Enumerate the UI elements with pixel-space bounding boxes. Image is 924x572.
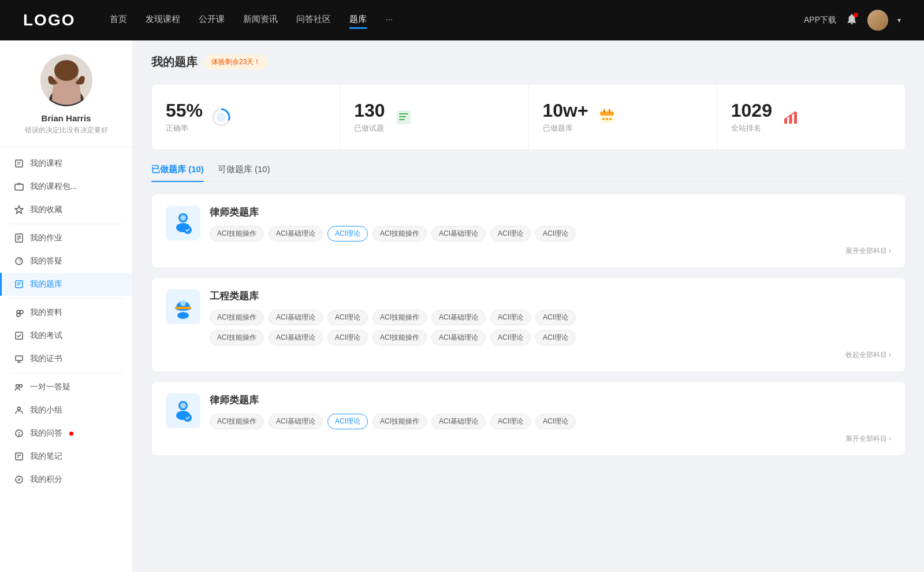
tabs-row: 已做题库 (10) 可做题库 (10) [151,164,906,182]
svg-rect-47 [606,118,608,120]
sidebar-label-group: 我的小组 [30,405,62,415]
avatar-image [40,54,92,106]
sidebar-item-cert[interactable]: 我的证书 [0,347,132,370]
avatar-dropdown-arrow[interactable]: ▾ [897,16,901,24]
qbank-tag-active[interactable]: ACI理论 [327,226,368,242]
tab-done[interactable]: 已做题库 (10) [151,164,204,181]
svg-point-59 [180,300,186,306]
sidebar-label-homework: 我的作业 [30,233,62,243]
qbank-tag[interactable]: ACI基础理论 [431,330,486,346]
qbank-tag[interactable]: ACI基础理论 [269,330,323,346]
svg-point-26 [20,385,23,388]
qbank-tag[interactable]: ACI基础理论 [269,310,323,325]
svg-rect-4 [16,160,23,167]
qbank-tag[interactable]: ACI技能操作 [210,330,264,346]
lawyer-svg-1 [170,210,196,236]
svg-marker-8 [15,206,23,214]
points-icon [14,474,24,485]
sidebar-item-notes[interactable]: 我的笔记 [0,445,132,468]
nav-qbank[interactable]: 题库 [349,12,367,29]
sidebar-item-points[interactable]: 我的积分 [0,468,132,491]
sidebar-item-homework[interactable]: 我的作业 [0,226,132,250]
nav-links: 首页 发现课程 公开课 新闻资讯 问答社区 题库 ··· [110,12,804,29]
sidebar-item-package[interactable]: 我的课程包... [0,175,132,198]
svg-rect-40 [399,116,406,117]
svg-point-3 [54,60,79,81]
bell-notification-dot [854,13,858,17]
tab-available[interactable]: 可做题库 (10) [218,164,270,181]
sidebar-item-course[interactable]: 我的课程 [0,152,132,175]
nav-home[interactable]: 首页 [110,12,127,29]
qbank-tag[interactable]: ACI技能操作 [372,414,427,429]
sidebar-item-one-one[interactable]: 一对一答疑 [0,376,132,399]
svg-text:?: ? [18,258,22,265]
qbank-tag-active[interactable]: ACI理论 [327,414,368,429]
qbank-tag[interactable]: ACI基础理论 [269,226,323,242]
stat-accuracy-number: 55% [166,101,203,121]
qbank-expand-2[interactable]: 收起全部科目 › [166,350,891,360]
qbank-tag[interactable]: ACI基础理论 [269,414,323,429]
main-content: 我的题库 体验剩余23天！ 55% 正确率 [133,40,924,572]
qbank-icon [14,279,24,289]
qbank-tag[interactable]: ACI技能操作 [372,330,427,346]
qbank-tag[interactable]: ACI理论 [535,330,576,346]
qbank-tag[interactable]: ACI技能操作 [210,226,264,242]
sidebar-item-qbank[interactable]: 我的题库 [0,273,132,296]
svg-point-30 [18,434,19,435]
sidebar-item-qa[interactable]: ? 我的答疑 [0,250,132,273]
nav-qa[interactable]: 问答社区 [296,12,331,29]
qbank-info-3: 律师类题库 ACI技能操作 ACI基础理论 ACI理论 ACI技能操作 ACI基… [210,393,891,429]
qbank-expand-3[interactable]: 展开全部科目 › [166,434,891,444]
nav-news[interactable]: 新闻资讯 [243,12,278,29]
nav-open-course[interactable]: 公开课 [199,12,225,29]
sidebar-item-favorites[interactable]: 我的收藏 [0,198,132,221]
qbank-expand-1[interactable]: 展开全部科目 › [166,246,891,256]
qbank-tag[interactable]: ACI理论 [535,226,576,242]
notification-bell[interactable] [845,13,858,28]
sidebar-item-group[interactable]: 我的小组 [0,399,132,422]
qbank-tag[interactable]: ACI理论 [490,310,531,325]
stat-accuracy-label: 正确率 [166,123,203,133]
qbank-icon-lawyer-1 [166,206,200,240]
qbank-tag[interactable]: ACI理论 [490,414,531,429]
svg-rect-49 [784,118,787,124]
qbank-tag[interactable]: ACI技能操作 [210,310,264,325]
app-download-link[interactable]: APP下载 [804,15,836,25]
qbank-tag[interactable]: ACI理论 [490,226,531,242]
qbank-tag[interactable]: ACI基础理论 [431,226,486,242]
sidebar-item-myqa[interactable]: 我的问答 [0,422,132,445]
user-avatar[interactable] [867,10,888,31]
calendar-icon [597,107,617,128]
qbank-tag[interactable]: ACI理论 [490,330,531,346]
book-icon [393,107,414,128]
qbank-tags-3: ACI技能操作 ACI基础理论 ACI理论 ACI技能操作 ACI基础理论 AC… [210,414,891,429]
page-title: 我的题库 [151,54,198,70]
nav-discover[interactable]: 发现课程 [146,12,180,29]
sidebar-label-qbank: 我的题库 [30,279,62,289]
qbank-tag[interactable]: ACI理论 [327,330,368,346]
qbank-header-2: 工程类题库 ACI技能操作 ACI基础理论 ACI理论 ACI技能操作 ACI基… [166,289,891,346]
stat-done-banks-label: 已做题库 [543,123,588,133]
nav-right-actions: APP下载 ▾ [804,10,901,31]
qbank-tag[interactable]: ACI技能操作 [372,226,427,242]
lawyer-svg-2 [170,398,196,424]
sidebar-label-favorites: 我的收藏 [30,205,62,215]
qbank-tag[interactable]: ACI理论 [535,310,576,325]
group-icon [14,405,24,415]
sidebar-item-exam[interactable]: 我的考试 [0,324,132,347]
sidebar-motto: 错误的决定比没有决定要好 [16,125,117,135]
qbank-tag[interactable]: ACI基础理论 [431,414,486,429]
sidebar-label-qa: 我的答疑 [30,256,62,266]
qbank-tag[interactable]: ACI基础理论 [431,310,486,325]
qbank-tag[interactable]: ACI理论 [327,310,368,325]
sidebar-item-material[interactable]: 我的资料 [0,301,132,324]
package-icon [14,181,24,192]
exam-icon [14,330,24,341]
qbank-tag[interactable]: ACI技能操作 [210,414,264,429]
sidebar-label-one-one: 一对一答疑 [30,382,70,392]
qbank-tag[interactable]: ACI技能操作 [372,310,427,325]
navigation-bar: LOGO 首页 发现课程 公开课 新闻资讯 问答社区 题库 ··· APP下载 … [0,0,924,40]
nav-more[interactable]: ··· [385,12,393,29]
sidebar-menu: 我的课程 我的课程包... 我的收藏 [0,147,132,496]
qbank-tag[interactable]: ACI理论 [535,414,576,429]
